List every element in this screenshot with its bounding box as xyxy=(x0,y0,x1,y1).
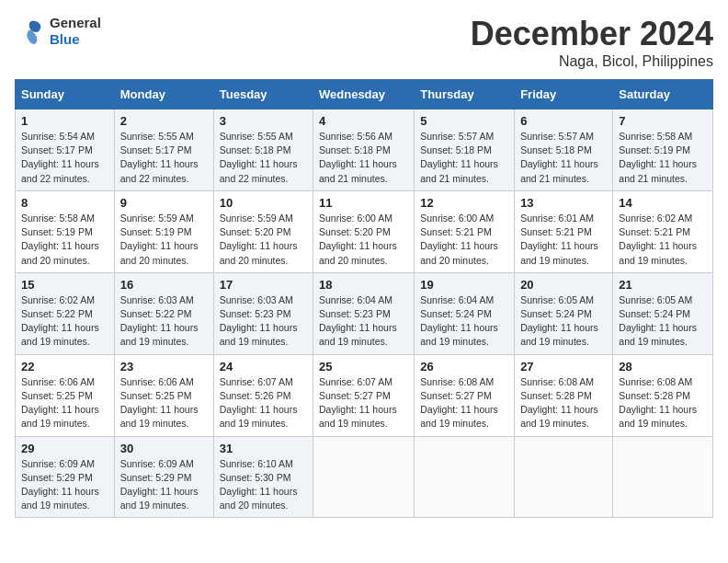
day-info: Sunrise: 6:08 AM Sunset: 5:28 PM Dayligh… xyxy=(619,375,707,431)
calendar-cell: 31Sunrise: 6:10 AM Sunset: 5:30 PM Dayli… xyxy=(213,436,313,518)
calendar-cell: 4Sunrise: 5:56 AM Sunset: 5:18 PM Daylig… xyxy=(313,109,415,191)
day-info: Sunrise: 6:10 AM Sunset: 5:30 PM Dayligh… xyxy=(220,457,307,513)
day-number: 30 xyxy=(120,442,208,455)
calendar-cell xyxy=(613,436,713,518)
logo-text: General Blue xyxy=(50,15,101,48)
calendar-cell: 21Sunrise: 6:05 AM Sunset: 5:24 PM Dayli… xyxy=(613,272,713,354)
calendar-cell xyxy=(313,436,415,518)
calendar-cell: 30Sunrise: 6:09 AM Sunset: 5:29 PM Dayli… xyxy=(114,436,213,518)
calendar-cell: 18Sunrise: 6:04 AM Sunset: 5:23 PM Dayli… xyxy=(313,272,415,354)
day-info: Sunrise: 6:02 AM Sunset: 5:22 PM Dayligh… xyxy=(21,293,108,350)
day-info: Sunrise: 6:02 AM Sunset: 5:21 PM Dayligh… xyxy=(619,212,707,268)
day-info: Sunrise: 6:06 AM Sunset: 5:25 PM Dayligh… xyxy=(120,375,208,431)
logo-blue: Blue xyxy=(50,31,80,47)
day-info: Sunrise: 5:56 AM Sunset: 5:18 PM Dayligh… xyxy=(319,130,408,186)
day-info: Sunrise: 6:09 AM Sunset: 5:29 PM Dayligh… xyxy=(120,457,208,513)
calendar-cell: 1Sunrise: 5:54 AM Sunset: 5:17 PM Daylig… xyxy=(16,109,115,191)
calendar-cell: 29Sunrise: 6:09 AM Sunset: 5:29 PM Dayli… xyxy=(16,436,115,518)
day-number: 5 xyxy=(420,114,508,128)
day-info: Sunrise: 6:06 AM Sunset: 5:25 PM Dayligh… xyxy=(21,375,108,431)
day-info: Sunrise: 6:07 AM Sunset: 5:27 PM Dayligh… xyxy=(319,375,408,431)
day-number: 4 xyxy=(319,114,408,128)
day-number: 18 xyxy=(319,278,408,292)
day-number: 12 xyxy=(420,196,508,210)
month-title: December 2024 xyxy=(471,15,713,53)
day-number: 22 xyxy=(21,360,108,373)
day-info: Sunrise: 6:09 AM Sunset: 5:29 PM Dayligh… xyxy=(21,457,108,513)
day-info: Sunrise: 6:00 AM Sunset: 5:20 PM Dayligh… xyxy=(319,212,408,268)
weekday-header: Saturday xyxy=(613,80,713,109)
calendar-cell: 24Sunrise: 6:07 AM Sunset: 5:26 PM Dayli… xyxy=(213,354,313,436)
calendar-cell: 9Sunrise: 5:59 AM Sunset: 5:19 PM Daylig… xyxy=(114,190,213,272)
calendar-table: SundayMondayTuesdayWednesdayThursdayFrid… xyxy=(15,79,713,518)
day-number: 27 xyxy=(520,360,607,373)
calendar-cell: 16Sunrise: 6:03 AM Sunset: 5:22 PM Dayli… xyxy=(114,272,213,354)
day-info: Sunrise: 6:01 AM Sunset: 5:21 PM Dayligh… xyxy=(520,212,607,268)
calendar-week-row: 22Sunrise: 6:06 AM Sunset: 5:25 PM Dayli… xyxy=(16,354,713,436)
calendar-cell: 26Sunrise: 6:08 AM Sunset: 5:27 PM Dayli… xyxy=(415,354,515,436)
calendar-cell: 23Sunrise: 6:06 AM Sunset: 5:25 PM Dayli… xyxy=(114,354,213,436)
calendar-cell: 27Sunrise: 6:08 AM Sunset: 5:28 PM Dayli… xyxy=(515,354,613,436)
day-info: Sunrise: 6:08 AM Sunset: 5:27 PM Dayligh… xyxy=(420,375,508,431)
day-number: 9 xyxy=(120,196,208,210)
day-info: Sunrise: 5:55 AM Sunset: 5:18 PM Dayligh… xyxy=(220,130,307,186)
day-number: 29 xyxy=(21,442,108,455)
calendar-cell: 5Sunrise: 5:57 AM Sunset: 5:18 PM Daylig… xyxy=(415,109,515,191)
calendar-cell: 3Sunrise: 5:55 AM Sunset: 5:18 PM Daylig… xyxy=(213,109,313,191)
calendar-cell: 8Sunrise: 5:58 AM Sunset: 5:19 PM Daylig… xyxy=(16,190,115,272)
calendar-cell: 13Sunrise: 6:01 AM Sunset: 5:21 PM Dayli… xyxy=(515,190,613,272)
day-info: Sunrise: 5:57 AM Sunset: 5:18 PM Dayligh… xyxy=(420,130,508,186)
day-number: 16 xyxy=(120,278,208,292)
calendar-cell: 25Sunrise: 6:07 AM Sunset: 5:27 PM Dayli… xyxy=(313,354,415,436)
day-number: 28 xyxy=(619,360,707,373)
logo: General Blue xyxy=(15,15,101,48)
logo-general: General xyxy=(50,15,101,30)
day-info: Sunrise: 5:55 AM Sunset: 5:17 PM Dayligh… xyxy=(120,130,208,186)
weekday-header: Wednesday xyxy=(313,80,415,109)
day-number: 25 xyxy=(319,360,408,373)
calendar-cell: 10Sunrise: 5:59 AM Sunset: 5:20 PM Dayli… xyxy=(213,190,313,272)
day-number: 31 xyxy=(220,442,307,455)
location-title: Naga, Bicol, Philippines xyxy=(471,53,713,70)
day-number: 21 xyxy=(619,278,707,292)
calendar-week-row: 1Sunrise: 5:54 AM Sunset: 5:17 PM Daylig… xyxy=(16,109,713,191)
header: General Blue December 2024 Naga, Bicol, … xyxy=(15,15,713,70)
weekday-header: Monday xyxy=(114,80,213,109)
weekday-header: Friday xyxy=(515,80,613,109)
day-info: Sunrise: 5:59 AM Sunset: 5:19 PM Dayligh… xyxy=(120,212,208,268)
day-info: Sunrise: 6:08 AM Sunset: 5:28 PM Dayligh… xyxy=(520,375,607,431)
weekday-header: Tuesday xyxy=(213,80,313,109)
day-number: 14 xyxy=(619,196,707,210)
day-number: 2 xyxy=(120,114,208,128)
day-info: Sunrise: 6:04 AM Sunset: 5:24 PM Dayligh… xyxy=(420,293,508,350)
day-info: Sunrise: 5:57 AM Sunset: 5:18 PM Dayligh… xyxy=(520,130,607,186)
day-info: Sunrise: 5:58 AM Sunset: 5:19 PM Dayligh… xyxy=(619,130,707,186)
day-number: 3 xyxy=(220,114,307,128)
calendar-cell: 22Sunrise: 6:06 AM Sunset: 5:25 PM Dayli… xyxy=(16,354,115,436)
day-info: Sunrise: 6:00 AM Sunset: 5:21 PM Dayligh… xyxy=(420,212,508,268)
title-area: December 2024 Naga, Bicol, Philippines xyxy=(471,15,713,70)
calendar-cell: 20Sunrise: 6:05 AM Sunset: 5:24 PM Dayli… xyxy=(515,272,613,354)
day-number: 11 xyxy=(319,196,408,210)
calendar-cell: 14Sunrise: 6:02 AM Sunset: 5:21 PM Dayli… xyxy=(613,190,713,272)
day-number: 19 xyxy=(420,278,508,292)
day-number: 15 xyxy=(21,278,108,292)
calendar-cell xyxy=(415,436,515,518)
day-number: 8 xyxy=(21,196,108,210)
calendar-cell: 12Sunrise: 6:00 AM Sunset: 5:21 PM Dayli… xyxy=(415,190,515,272)
calendar-cell: 11Sunrise: 6:00 AM Sunset: 5:20 PM Dayli… xyxy=(313,190,415,272)
calendar-week-row: 8Sunrise: 5:58 AM Sunset: 5:19 PM Daylig… xyxy=(16,190,713,272)
calendar-week-row: 15Sunrise: 6:02 AM Sunset: 5:22 PM Dayli… xyxy=(16,272,713,354)
day-info: Sunrise: 6:03 AM Sunset: 5:22 PM Dayligh… xyxy=(120,293,208,350)
calendar-cell xyxy=(515,436,613,518)
calendar-week-row: 29Sunrise: 6:09 AM Sunset: 5:29 PM Dayli… xyxy=(16,436,713,518)
calendar-cell: 19Sunrise: 6:04 AM Sunset: 5:24 PM Dayli… xyxy=(415,272,515,354)
day-info: Sunrise: 6:07 AM Sunset: 5:26 PM Dayligh… xyxy=(220,375,307,431)
calendar-cell: 7Sunrise: 5:58 AM Sunset: 5:19 PM Daylig… xyxy=(613,109,713,191)
day-number: 20 xyxy=(520,278,607,292)
day-number: 23 xyxy=(120,360,208,373)
calendar-cell: 15Sunrise: 6:02 AM Sunset: 5:22 PM Dayli… xyxy=(16,272,115,354)
day-number: 7 xyxy=(619,114,707,128)
day-number: 10 xyxy=(220,196,307,210)
weekday-header-row: SundayMondayTuesdayWednesdayThursdayFrid… xyxy=(16,80,713,109)
